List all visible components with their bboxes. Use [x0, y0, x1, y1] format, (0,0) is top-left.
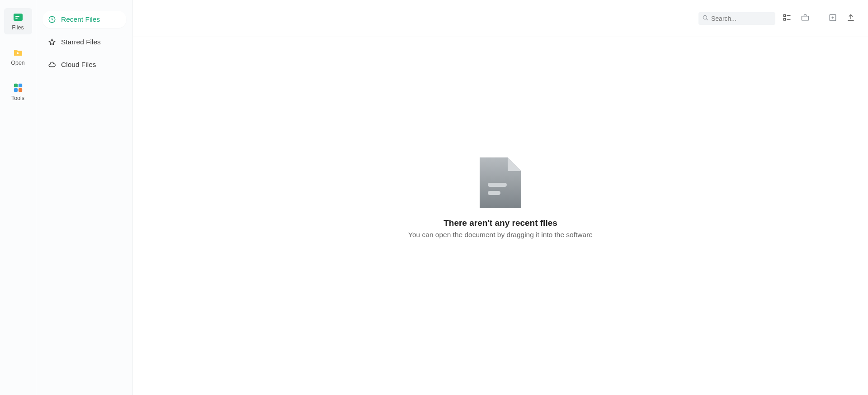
- cloud-icon: [48, 61, 56, 69]
- sidebar-item-cloud[interactable]: Cloud Files: [42, 56, 126, 73]
- svg-rect-2: [15, 18, 18, 19]
- nav-item-open[interactable]: Open: [4, 43, 32, 70]
- svg-rect-1: [15, 16, 19, 17]
- empty-subtitle: You can open the document by dragging it…: [408, 231, 593, 239]
- view-toggle-button[interactable]: [783, 14, 792, 23]
- empty-title: There aren't any recent files: [443, 218, 557, 228]
- search-input[interactable]: [711, 15, 772, 22]
- svg-rect-0: [14, 14, 23, 21]
- svg-line-10: [707, 19, 708, 20]
- list-view-icon: [783, 13, 792, 24]
- sidebar-item-label: Cloud Files: [61, 61, 96, 69]
- search-icon: [702, 14, 708, 22]
- nav-item-label: Open: [11, 60, 25, 66]
- tools-grid-icon: [13, 82, 24, 93]
- svg-rect-13: [784, 18, 786, 20]
- briefcase-icon: [801, 13, 810, 24]
- sidebar: Recent Files Starred Files Cloud Files: [36, 0, 133, 395]
- nav-item-label: Tools: [11, 95, 24, 101]
- upload-icon: [846, 13, 855, 24]
- primary-nav: Files Open Tools: [0, 0, 36, 395]
- files-app-icon: [13, 12, 24, 23]
- svg-rect-11: [784, 14, 786, 16]
- nav-item-tools[interactable]: Tools: [4, 79, 32, 105]
- svg-rect-4: [14, 84, 17, 87]
- sidebar-item-label: Starred Files: [61, 38, 101, 46]
- star-icon: [48, 38, 56, 46]
- new-file-button[interactable]: [828, 14, 837, 23]
- topbar-divider: [819, 14, 819, 23]
- empty-state: There aren't any recent files You can op…: [133, 37, 868, 395]
- sidebar-item-label: Recent Files: [61, 15, 100, 24]
- upload-button[interactable]: [846, 14, 855, 23]
- main-area: There aren't any recent files You can op…: [133, 0, 868, 395]
- svg-rect-6: [14, 88, 17, 92]
- svg-point-9: [703, 15, 707, 19]
- topbar: [133, 0, 868, 37]
- open-folder-icon: [13, 47, 24, 58]
- nav-item-label: Files: [12, 24, 24, 31]
- sidebar-item-starred[interactable]: Starred Files: [42, 33, 126, 51]
- search-box[interactable]: [698, 12, 775, 25]
- svg-rect-5: [18, 84, 22, 87]
- topbar-actions: [783, 14, 855, 23]
- sidebar-item-recent[interactable]: Recent Files: [42, 11, 126, 28]
- empty-document-icon: [480, 157, 521, 208]
- nav-item-files[interactable]: Files: [4, 8, 32, 34]
- svg-rect-15: [802, 16, 809, 20]
- svg-rect-7: [18, 88, 22, 92]
- svg-rect-19: [488, 183, 507, 187]
- clock-icon: [48, 15, 56, 24]
- new-file-icon: [828, 13, 837, 24]
- templates-button[interactable]: [801, 14, 810, 23]
- svg-rect-20: [488, 191, 500, 195]
